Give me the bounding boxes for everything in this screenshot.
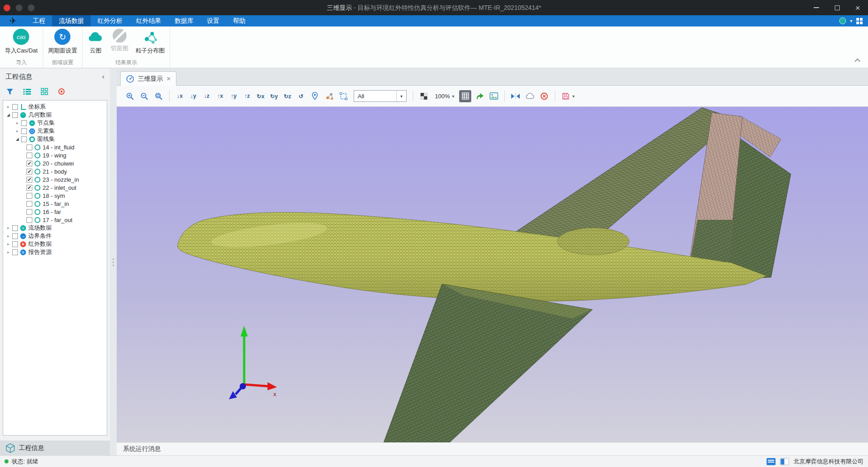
chevron-down-icon[interactable]: ▾ [572,94,574,99]
tree-item-body[interactable]: ✓ 21 - body [3,167,107,175]
account-icon[interactable] [839,17,846,24]
tree-item-geometry-data[interactable]: ◢ ✓ 几何数据 [3,111,107,119]
tree-item-flow-field-data[interactable]: ▸ ✓ 流场数据 [3,224,107,232]
tree-item-far[interactable]: ✓ 16 - far [3,208,107,216]
project-info-bottom-tab[interactable]: 工程信息 [0,441,110,455]
tree-item-wing[interactable]: ✓ 19 - wing [3,151,107,159]
maximize-button[interactable] [827,0,847,15]
checkbox[interactable]: ✓ [12,225,18,231]
display-filter-combobox[interactable]: All ▾ [354,90,407,102]
view-z-down-button[interactable]: ↓z [201,90,212,102]
menu-item-infrared-analysis[interactable]: 红外分析 [91,15,129,26]
expander-icon[interactable]: ◢ [5,113,11,117]
particles-button[interactable] [323,90,335,102]
expander-icon[interactable]: ▸ [14,121,20,125]
particle-distribution-button[interactable]: 粒子分布图 [132,29,168,55]
titlebar-red-icon[interactable] [4,4,10,11]
tree-item-sym[interactable]: ✓ 18 - sym [3,192,107,200]
apps-grid-icon[interactable] [856,18,863,24]
rotate-z-button[interactable]: ↻z [282,90,293,102]
close-button[interactable]: × [847,0,868,15]
menu-item-database[interactable]: 数据库 [168,15,200,26]
view-y-down-button[interactable]: ↓y [188,90,199,102]
tree-item-int-fluid[interactable]: ✓ 14 - int_fluid [3,143,107,151]
view-y-up-button[interactable]: ↑y [228,90,239,102]
menu-item-infrared-results[interactable]: 红外结果 [129,15,168,26]
expander-icon[interactable]: ▸ [5,226,11,230]
menu-item-settings[interactable]: 设置 [200,15,226,26]
menu-item-help[interactable]: 帮助 [226,15,252,26]
view-z-up-button[interactable]: ↑z [241,90,253,102]
save-view-button[interactable]: ▾ [560,90,577,102]
checkbox[interactable]: ✓ [12,233,18,239]
checkbox[interactable]: ✓ [12,241,18,247]
close-tab-icon[interactable]: × [167,75,171,83]
filter-button[interactable] [6,88,13,95]
zoom-fit-button[interactable] [153,90,165,102]
cloud-map-button[interactable]: 云图 [84,29,107,55]
slice-map-button[interactable]: 切面图 [107,29,132,52]
tree-item-report-resources[interactable]: ▸ ✓ 报告资源 [3,248,107,256]
view-x-down-button[interactable]: ↓x [174,90,185,102]
locate-target-button[interactable] [58,88,65,95]
expander-icon[interactable]: ▸ [5,105,11,109]
mirror-button[interactable] [509,90,522,102]
grid-view-button[interactable] [41,88,48,95]
tree-item-surface-set[interactable]: ◢ ✓ 面线集 [3,135,107,143]
checkbox[interactable]: ✓ [26,169,32,175]
rotate-free-button[interactable]: ↺ [295,90,307,102]
dither-button[interactable] [418,90,430,102]
rotate-x-button[interactable]: ↻x [255,90,266,102]
split-view-icon[interactable] [780,458,789,465]
tree-item-boundary-conditions[interactable]: ▸ ✓ 边界条件 [3,232,107,240]
periodic-face-settings-button[interactable]: ↻ 周期面设置 [44,29,81,55]
menu-item-flow-field-data[interactable]: 流场数据 [52,15,91,26]
checkbox[interactable]: ✓ [26,209,32,215]
checkbox[interactable]: ✓ [26,161,32,166]
checkbox[interactable]: ✓ [12,249,18,255]
collapse-panel-button[interactable]: ‹ [102,72,105,81]
box-select-button[interactable] [338,90,350,102]
rotate-y-button[interactable]: ↻y [268,90,280,102]
grid-toggle-button[interactable] [459,90,471,102]
expander-icon[interactable]: ▸ [5,234,11,238]
tree-item-coordinate-system[interactable]: ▸ ✓ 坐标系 [3,103,107,111]
expander-icon[interactable]: ◢ [14,137,20,141]
minimize-button[interactable] [806,0,827,15]
chevron-down-icon[interactable]: ▾ [396,91,406,101]
menu-item-project[interactable]: 工程 [26,15,52,26]
tree-item-far-in[interactable]: ✓ 15 - far_in [3,200,107,208]
checkbox[interactable]: ✓ [26,217,32,223]
checkbox[interactable]: ✓ [26,144,32,150]
checkbox[interactable]: ✓ [21,128,27,134]
viewport-3d[interactable]: x [117,107,868,442]
tree-item-nozzle-in[interactable]: ✓ 23 - nozzle_in [3,175,107,183]
tree-item-far-out[interactable]: ✓ 17 - far_out [3,216,107,224]
checkbox[interactable]: ✓ [26,153,32,158]
panel-splitter[interactable] [110,69,117,455]
checkbox[interactable]: ✓ [21,120,27,126]
checkbox[interactable]: ✓ [26,201,32,207]
collapse-ribbon-button[interactable] [855,58,860,62]
tree-item-node-set[interactable]: ▸ ✓ 节点集 [3,119,107,127]
share-view-button[interactable] [473,90,486,102]
tab-3d-display[interactable]: 三维显示 × [120,71,176,86]
cloud-display-button[interactable] [524,90,536,102]
checkbox[interactable]: ✓ [21,136,27,142]
list-view-button[interactable] [23,88,31,95]
checkbox[interactable]: ✓ [12,104,18,110]
checkbox[interactable]: ✓ [12,112,18,118]
expander-icon[interactable]: ▸ [5,242,11,246]
probe-point-button[interactable] [309,90,321,102]
clear-display-button[interactable] [538,90,550,102]
zoom-in-button[interactable] [124,90,136,102]
expander-icon[interactable]: ▸ [5,250,11,254]
zoom-level-dropdown[interactable]: 100%▾ [432,90,457,102]
checkbox[interactable]: ✓ [26,185,32,191]
titlebar-gray-icon-2[interactable] [28,4,35,11]
tree-item-element-set[interactable]: ▸ ✓ 元素集 [3,127,107,135]
tree-item-inlet-out[interactable]: ✓ 22 - inlet_out [3,183,107,192]
titlebar-gray-icon-1[interactable] [16,4,22,11]
zoom-out-button[interactable] [138,90,150,102]
checkbox[interactable]: ✓ [26,177,32,183]
